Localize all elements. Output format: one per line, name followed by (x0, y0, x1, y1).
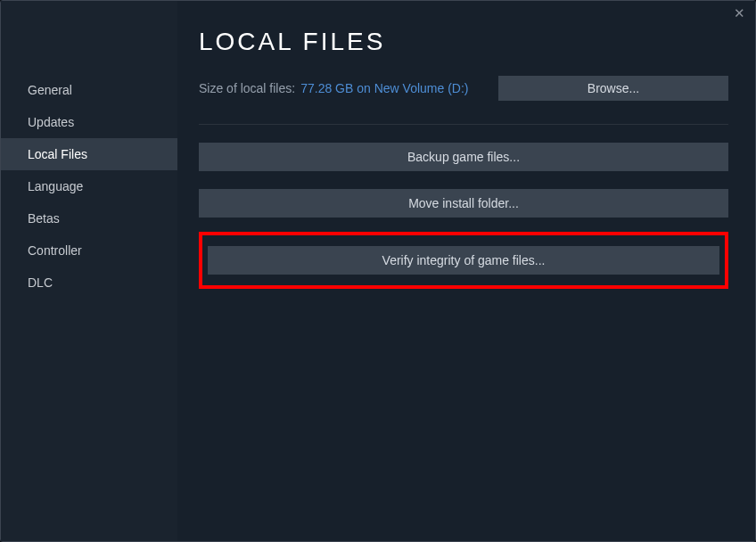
browse-button[interactable]: Browse... (498, 76, 728, 101)
sidebar-item-label: Controller (28, 243, 82, 258)
main-panel: LOCAL FILES Size of local files: 77.28 G… (177, 1, 755, 541)
size-label: Size of local files: (199, 81, 295, 95)
sidebar-item-controller[interactable]: Controller (1, 234, 177, 267)
page-title: LOCAL FILES (199, 28, 728, 56)
sidebar-item-language[interactable]: Language (1, 170, 177, 202)
sidebar-item-label: Updates (28, 115, 74, 129)
properties-window: ✕ General Updates Local Files Language B… (0, 0, 756, 542)
sidebar-item-updates[interactable]: Updates (1, 106, 177, 138)
size-link[interactable]: 77.28 GB on New Volume (D:) (300, 81, 468, 95)
highlight-annotation: Verify integrity of game files... (199, 232, 728, 289)
sidebar-item-label: General (28, 83, 72, 97)
divider (199, 124, 728, 125)
verify-integrity-button[interactable]: Verify integrity of game files... (208, 246, 719, 275)
sidebar: General Updates Local Files Language Bet… (1, 1, 177, 541)
layout: General Updates Local Files Language Bet… (1, 1, 755, 541)
close-icon[interactable]: ✕ (732, 6, 746, 21)
backup-button[interactable]: Backup game files... (199, 143, 728, 171)
sidebar-item-general[interactable]: General (1, 74, 177, 106)
sidebar-item-label: Betas (28, 211, 60, 226)
sidebar-item-local-files[interactable]: Local Files (1, 138, 177, 170)
move-folder-button[interactable]: Move install folder... (199, 189, 728, 218)
sidebar-item-betas[interactable]: Betas (1, 202, 177, 234)
sidebar-item-label: Language (28, 179, 83, 193)
sidebar-item-label: Local Files (28, 147, 87, 161)
sidebar-item-label: DLC (28, 275, 53, 290)
sidebar-item-dlc[interactable]: DLC (1, 267, 177, 299)
size-row: Size of local files: 77.28 GB on New Vol… (199, 76, 728, 101)
